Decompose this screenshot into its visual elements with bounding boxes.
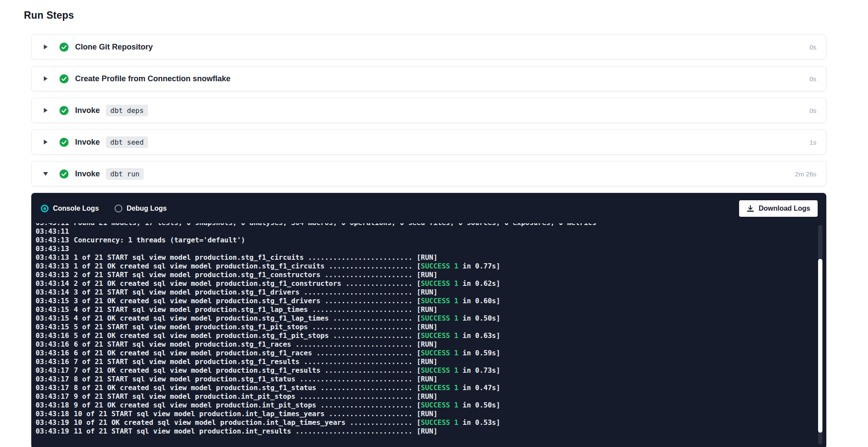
check-circle-icon [59,74,69,83]
check-circle-icon [59,138,69,147]
radio-console-logs[interactable]: Console Logs [41,205,99,212]
log-timestamp: 03:43:15 [36,323,70,331]
log-timestamp: 03:43:13 [36,271,70,279]
step-duration: 0s [809,43,816,51]
log-message: 1 of 21 START sql view model production.… [74,253,437,262]
page-title: Run Steps [24,10,826,21]
log-line: 03:43:153 of 21 OK created sql view mode… [36,297,806,305]
chevron-right-icon[interactable] [42,107,49,113]
chevron-right-icon[interactable] [42,44,49,50]
step-command-badge: dbt seed [106,136,148,148]
log-line: 03:43:13 [36,245,806,253]
download-logs-button[interactable]: Download Logs [739,200,818,217]
log-timestamp: 03:43:17 [36,392,70,401]
log-timestamp: 03:43:11 [36,227,70,236]
log-timestamp: 03:43:11 [36,223,70,227]
log-success-badge: SUCCESS 1 [421,418,459,427]
radio-debug-logs-label: Debug Logs [127,205,167,212]
steps-section: Clone Git Repository0sCreate Profile fro… [31,34,826,447]
log-message: 9 of 21 START sql view model production.… [74,392,437,401]
log-timestamp: 03:43:15 [36,314,70,323]
console-toolbar: Console Logs Debug Logs Download Logs [31,193,826,223]
log-timestamp: 03:43:13 [36,236,70,245]
log-message: 5 of 21 START sql view model production.… [74,323,437,331]
step-row[interactable]: Invokedbt run2m 26s [31,161,826,186]
log-line: 03:43:165 of 21 OK created sql view mode… [36,331,806,340]
log-success-badge: SUCCESS 1 [421,401,459,409]
step-duration: 0s [809,75,816,83]
log-timestamp: 03:43:15 [36,297,70,305]
step-row[interactable]: Invokedbt deps0s [31,98,826,123]
radio-unselected-icon[interactable] [115,205,122,212]
log-timestamp: 03:43:17 [36,384,70,392]
log-message: 4 of 21 START sql view model production.… [74,305,437,314]
step-duration: 2m 26s [795,170,816,178]
log-line: 03:43:11 [36,227,806,236]
log-success-badge: SUCCESS 1 [421,331,459,340]
check-circle-icon [59,169,69,179]
log-timestamp: 03:43:19 [36,427,70,436]
log-line: 03:43:166 of 21 OK created sql view mode… [36,349,806,358]
steps-list: Clone Git Repository0sCreate Profile fro… [31,34,826,186]
log-success-badge: SUCCESS 1 [421,262,459,270]
log-line: 03:43:143 of 21 START sql view model pro… [36,288,806,297]
run-steps-page: Run Steps Clone Git Repository0sCreate P… [0,0,868,447]
log-message: 6 of 21 OK created sql view model produc… [74,349,500,358]
log-line: 03:43:131 of 21 START sql view model pro… [36,253,806,262]
log-message: 10 of 21 START sql view model production… [74,410,437,418]
step-row[interactable]: Invokedbt seed1s [31,129,826,155]
log-timestamp: 03:43:16 [36,340,70,349]
log-success-badge: SUCCESS 1 [421,384,459,392]
step-row[interactable]: Create Profile from Connection snowflake… [31,66,826,91]
log-line: 03:43:178 of 21 START sql view model pro… [36,375,806,384]
log-success-badge: SUCCESS 1 [421,349,459,357]
chevron-right-icon[interactable] [42,139,49,145]
log-message: 3 of 21 OK created sql view model produc… [74,297,500,305]
log-line: 03:43:131 of 21 OK created sql view mode… [36,262,806,271]
console-log-area[interactable]: 03:43:11Found 21 models, 17 tests, 0 sna… [31,223,826,447]
log-success-badge: SUCCESS 1 [421,297,459,305]
log-timestamp: 03:43:13 [36,245,70,253]
log-line: 03:43:177 of 21 OK created sql view mode… [36,366,806,375]
download-icon [746,205,754,212]
scrollbar-thumb[interactable] [818,259,822,433]
chevron-down-icon[interactable] [42,171,49,176]
chevron-right-icon[interactable] [42,76,49,82]
log-timestamp: 03:43:16 [36,349,70,358]
log-timestamp: 03:43:17 [36,375,70,384]
log-message: 3 of 21 START sql view model production.… [74,288,437,297]
log-lines: 03:43:11Found 21 models, 17 tests, 0 sna… [36,223,806,436]
console-scrollbar[interactable] [818,225,822,444]
log-success-badge: SUCCESS 1 [421,314,459,322]
log-message: 2 of 21 START sql view model production.… [74,271,437,279]
console-panel: Console Logs Debug Logs Download Logs [31,193,826,447]
log-message: 8 of 21 OK created sql view model produc… [74,384,500,392]
log-timestamp: 03:43:13 [36,262,70,271]
radio-debug-logs[interactable]: Debug Logs [115,205,167,212]
step-label: Clone Git Repository [75,43,153,52]
log-timestamp: 03:43:16 [36,358,70,366]
check-circle-icon [59,43,69,52]
step-label: Create Profile from Connection snowflake [75,74,230,83]
log-message: 11 of 21 START sql view model production… [74,427,437,436]
log-line: 03:43:13Concurrency: 1 threads (target='… [36,236,806,245]
log-message: 4 of 21 OK created sql view model produc… [74,314,500,323]
log-line: 03:43:1910 of 21 OK created sql view mod… [36,418,806,427]
radio-console-logs-label: Console Logs [53,205,99,212]
check-circle-icon [59,106,69,115]
radio-selected-icon[interactable] [41,205,49,212]
step-label: Invoke [75,138,100,147]
log-message: 8 of 21 START sql view model production.… [74,375,437,384]
log-line: 03:43:132 of 21 START sql view model pro… [36,271,806,279]
log-message: Found 21 models, 17 tests, 0 snapshots, … [74,223,596,227]
log-timestamp: 03:43:14 [36,279,70,288]
log-message: 7 of 21 OK created sql view model produc… [74,366,500,375]
step-row[interactable]: Clone Git Repository0s [31,34,826,60]
log-line: 03:43:1911 of 21 START sql view model pr… [36,427,806,436]
log-line: 03:43:11Found 21 models, 17 tests, 0 sna… [36,223,806,227]
log-timestamp: 03:43:18 [36,410,70,418]
step-duration: 1s [809,139,816,146]
log-message: 5 of 21 OK created sql view model produc… [74,331,500,340]
log-message: Concurrency: 1 threads (target='default'… [74,236,245,245]
log-timestamp: 03:43:19 [36,418,70,427]
